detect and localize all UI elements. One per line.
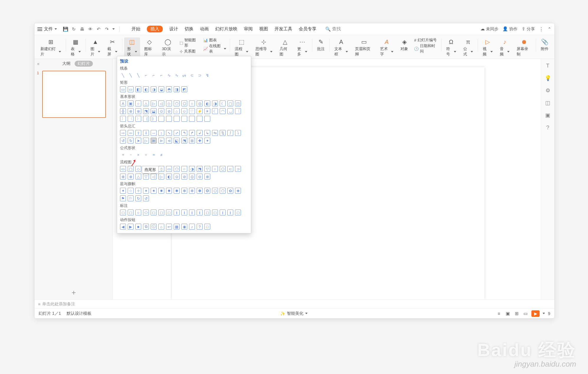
shape-swatch[interactable]: ✷ (151, 188, 157, 194)
ribbon-screenshot[interactable]: ✂截屏 (104, 37, 120, 57)
shape-swatch[interactable]: ◻ (212, 210, 218, 215)
shape-swatch[interactable]: ◑ (189, 166, 195, 172)
normal-view-icon[interactable]: ▣ (505, 311, 511, 317)
shape-swatch[interactable]: ＋ (120, 152, 126, 158)
shape-swatch[interactable]: ╲ (120, 72, 126, 78)
shape-swatch[interactable]: ◐ (143, 86, 149, 92)
ribbon-icon-library[interactable]: ◇图标库 (141, 37, 158, 57)
shape-swatch[interactable]: 〈 (128, 116, 134, 122)
shape-swatch[interactable]: ⊗ (128, 174, 134, 179)
shape-swatch[interactable]: ◎ (189, 174, 195, 179)
tab-view[interactable]: 视图 (259, 26, 268, 32)
shape-swatch[interactable]: ◑ (212, 100, 218, 106)
shape-swatch[interactable]: ⇅ (220, 130, 226, 136)
shape-swatch[interactable]: ◻ (128, 210, 134, 215)
shape-swatch[interactable]: ∿ (174, 72, 180, 78)
shape-swatch[interactable]: ↕ (158, 130, 164, 136)
shape-swatch[interactable]: ◧ (135, 86, 141, 92)
slideshow-button[interactable]: ▶ (531, 310, 540, 317)
print-icon[interactable]: 🖶 (79, 27, 85, 32)
shape-swatch[interactable]: ▽ (143, 174, 149, 179)
shape-swatch[interactable]: ✧ (135, 188, 141, 194)
shape-swatch[interactable]: ⊖ (197, 174, 203, 179)
reading-view-icon[interactable]: ▭ (523, 311, 528, 317)
shape-swatch[interactable]: ◻ (204, 210, 210, 215)
shape-swatch[interactable]: ⬠ (174, 100, 180, 106)
idea-icon[interactable]: 💡 (545, 75, 551, 81)
shape-swatch[interactable]: ⫿ (189, 210, 195, 215)
shape-swatch[interactable]: ♪ (189, 224, 195, 230)
shape-swatch[interactable]: ⊗ (135, 108, 141, 114)
shape-swatch[interactable] (204, 116, 210, 122)
ribbon-relation[interactable]: ⊹关系图 (180, 49, 198, 54)
shape-swatch[interactable]: 〉 (135, 116, 141, 122)
shape-swatch[interactable]: ᔕ (181, 72, 187, 78)
shape-swatch[interactable]: ↱ (189, 130, 195, 136)
search-box[interactable]: 🔍 查找 (325, 26, 341, 32)
shape-swatch[interactable]: ⫿ (227, 210, 233, 215)
shape-swatch[interactable]: ｛ (143, 116, 149, 122)
shape-swatch[interactable]: △ (143, 100, 149, 106)
shape-swatch[interactable]: ＝ (151, 152, 157, 158)
file-menu[interactable]: 文件 (37, 26, 57, 32)
shape-swatch[interactable]: ◻ (235, 210, 241, 215)
shape-swatch[interactable]: ▣ (128, 100, 134, 106)
shape-swatch[interactable]: ▭ (120, 86, 126, 92)
tab-devtools[interactable]: 开发工具 (275, 26, 292, 32)
shape-swatch[interactable]: ⬔ (181, 138, 187, 144)
shape-swatch[interactable]: ╲ (135, 72, 141, 78)
shape-swatch[interactable]: △ (135, 174, 141, 179)
shape-swatch[interactable]: ⌂ (158, 224, 164, 230)
shape-swatch[interactable]: ⇆ (212, 130, 218, 136)
ribbon-textbox[interactable]: A文本框 (331, 37, 351, 57)
menu-view-icon[interactable]: ≡ (496, 311, 502, 317)
ribbon-symbol[interactable]: Ω符号 (443, 37, 459, 57)
shape-swatch[interactable]: ☆ (128, 188, 134, 194)
shape-swatch[interactable]: ◻ (166, 210, 172, 215)
shape-swatch[interactable]: ❀ (235, 188, 241, 194)
shape-swatch[interactable] (158, 116, 164, 122)
ribbon-geometry[interactable]: △几何图 (277, 37, 293, 57)
shape-swatch[interactable]: ⧉ (143, 224, 149, 230)
shape-swatch[interactable]: ⌐ (151, 72, 157, 78)
tab-slides[interactable]: 幻灯片 (75, 61, 93, 67)
shape-swatch[interactable] (181, 116, 187, 122)
shape-swatch[interactable]: ⊗ (204, 174, 210, 179)
shape-swatch[interactable]: ⫿ (181, 210, 187, 215)
shape-swatch[interactable]: ▽ (204, 166, 210, 172)
shape-swatch[interactable]: ⊕ (128, 108, 134, 114)
shape-swatch[interactable]: ↳ (204, 130, 210, 136)
shape-swatch[interactable]: ⬓ (151, 108, 157, 114)
collab-button[interactable]: 👤 协作 (502, 26, 518, 32)
shape-swatch[interactable]: ⊃ (197, 72, 203, 78)
ribbon-screen-record[interactable]: ⏺屏幕录制 (514, 37, 534, 57)
shape-swatch[interactable]: ▭ (120, 166, 126, 172)
ribbon-audio[interactable]: ♪音频 (497, 37, 513, 57)
shape-swatch[interactable]: ◻ (120, 210, 126, 215)
ribbon-header-footer[interactable]: ▭页眉和页脚 (352, 37, 376, 57)
shape-swatch[interactable]: ⊘ (166, 108, 172, 114)
ribbon-online-chart[interactable]: 📈在线图表 (203, 43, 226, 54)
shape-swatch[interactable]: ◒ (158, 86, 164, 92)
shape-swatch[interactable]: ⌐ (158, 72, 164, 78)
statusbar-center[interactable]: ✨ 智能美化 (280, 311, 308, 316)
ribbon-attachment[interactable]: 📎附件 (538, 37, 551, 52)
shape-swatch[interactable]: ◀ (120, 224, 126, 230)
shape-swatch[interactable]: ▭ (128, 86, 134, 92)
tab-design[interactable]: 设计 (169, 26, 178, 32)
notes-bar[interactable]: ≡ 单击此处添加备注 (35, 299, 554, 308)
shape-swatch[interactable]: ☀ (204, 108, 210, 114)
collapse-ribbon-icon[interactable]: ⌃ (548, 27, 551, 32)
shape-swatch[interactable]: ▷ (158, 174, 164, 179)
shape-swatch[interactable]: ◐ (204, 100, 210, 106)
shape-swatch[interactable]: ⌂ (174, 108, 180, 114)
shape-swatch[interactable]: ⇩ (143, 130, 149, 136)
shape-swatch[interactable]: ⬔ (197, 166, 203, 172)
shape-swatch[interactable]: ◐ (166, 174, 172, 179)
ribbon-smart-graphics[interactable]: ⬚智能图形 (180, 37, 198, 48)
shape-swatch[interactable]: ? (197, 224, 203, 230)
shape-swatch[interactable]: ⫿ (174, 210, 180, 215)
shape-swatch[interactable]: ▷ (143, 138, 149, 144)
shape-swatch[interactable]: A (120, 100, 126, 106)
shape-swatch[interactable]: ▯ (158, 166, 164, 172)
